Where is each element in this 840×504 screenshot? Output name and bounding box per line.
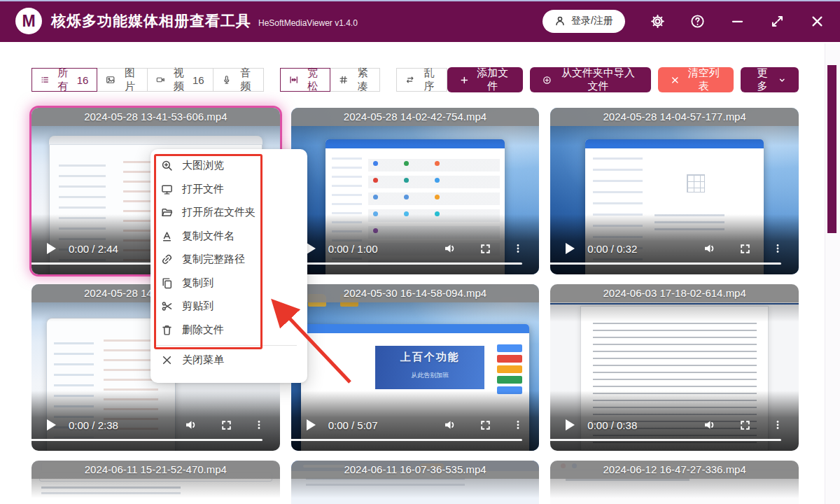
clear-list-button[interactable]: 清空列表 [658, 67, 734, 92]
media-type-filter-group: 所有 16 图片 视频 16 音频 [31, 68, 264, 92]
video-seek-bar[interactable] [550, 439, 781, 441]
login-register-button[interactable]: 登录/注册 [542, 10, 625, 33]
play-button[interactable] [47, 243, 56, 254]
filter-audio-label: 音频 [237, 66, 254, 93]
text-a-icon [161, 230, 173, 242]
layout-wide-button[interactable]: 宽松 [280, 68, 330, 92]
play-button[interactable] [307, 419, 316, 430]
video-card[interactable]: 2024-06-12 16-47-27-336.mp4 [550, 461, 799, 504]
more-options-icon[interactable] [772, 419, 783, 430]
filter-audio-button[interactable]: 音频 [213, 68, 264, 92]
media-grid: 2024-05-28 13-41-53-606.mp4 0:00 / 2:44 … [31, 108, 799, 504]
volume-icon[interactable] [702, 241, 716, 255]
video-card[interactable]: 2024-06-11 15-21-52-470.mp4 [31, 461, 280, 504]
shuffle-icon [405, 74, 414, 85]
video-seek-bar[interactable] [291, 439, 522, 441]
more-options-icon[interactable] [512, 419, 524, 430]
video-filename: 2024-05-28 14-04-57-177.mp4 [603, 111, 746, 122]
volume-icon[interactable] [702, 418, 716, 432]
close-icon [810, 14, 825, 29]
menu-item-open-folder[interactable]: 打开所在文件夹 [150, 201, 307, 225]
menu-item-view-large[interactable]: 大图浏览 [150, 154, 307, 178]
import-from-folder-button[interactable]: 从文件夹中导入文件 [530, 67, 651, 92]
video-card[interactable]: 2024-05-28 14-04-57-177.mp4 0:00 / 0:32 [550, 108, 799, 274]
titlebar: M 核烁多功能媒体相册查看工具 HeSoftMediaViewer v1.4.0… [0, 0, 840, 42]
minimize-button[interactable] [730, 14, 745, 29]
person-icon [554, 15, 566, 27]
video-time: 0:00 / 0:32 [587, 243, 637, 255]
scrollbar-track[interactable] [825, 43, 840, 504]
fullscreen-icon[interactable] [479, 243, 491, 255]
menu-item-copy-to[interactable]: 复制到 [150, 272, 307, 295]
volume-icon[interactable] [442, 418, 456, 432]
video-seek-bar[interactable] [31, 439, 262, 441]
menu-item-copy-full-path[interactable]: 复制完整路径 [150, 248, 307, 272]
fullscreen-icon[interactable] [739, 243, 751, 255]
layout-compact-button[interactable]: 紧凑 [330, 68, 380, 92]
menu-item-copy-filename[interactable]: 复制文件名 [150, 225, 307, 248]
question-icon [690, 14, 705, 29]
help-button[interactable] [690, 14, 705, 29]
close-icon [161, 354, 173, 366]
filter-all-label: 所有 [55, 66, 71, 93]
video-filename-bar: 2024-06-11 16-07-36-535.mp4 [291, 461, 540, 479]
gear-icon [650, 14, 665, 29]
volume-icon[interactable] [183, 418, 197, 432]
video-filename: 2024-05-30 16-14-58-094.mp4 [344, 287, 486, 299]
play-button[interactable] [566, 243, 575, 254]
video-filename: 2024-06-11 16-07-36-535.mp4 [344, 463, 486, 475]
more-options-icon[interactable] [253, 419, 265, 430]
video-controls: 0:00 / 5:07 [291, 413, 540, 437]
maximize-button[interactable] [770, 14, 785, 29]
mic-icon [222, 74, 232, 85]
scrollbar-thumb[interactable] [827, 65, 836, 233]
video-time: 0:00 / 2:44 [69, 243, 118, 255]
app-logo: M [15, 8, 42, 34]
video-card[interactable]: 2024-06-03 17-18-02-614.mp4 0:00 / 0:38 [550, 284, 799, 451]
fullscreen-icon[interactable] [739, 419, 751, 431]
video-filename-bar: 2024-05-28 13-41-53-606.mp4 [31, 108, 280, 126]
filter-images-button[interactable]: 图片 [97, 68, 148, 92]
fullscreen-icon[interactable] [220, 419, 232, 431]
menu-item-close-menu[interactable]: 关闭菜单 [150, 349, 307, 372]
video-filename-bar: 2024-06-03 17-18-02-614.mp4 [550, 284, 799, 302]
video-filename: 2024-05-28 14 [84, 287, 153, 299]
video-time: 0:00 / 1:00 [328, 243, 378, 255]
settings-button[interactable] [650, 14, 665, 29]
clear-list-label: 清空列表 [686, 66, 722, 93]
video-card[interactable]: 2024-06-11 16-07-36-535.mp4 [291, 461, 540, 504]
video-filename-bar: 2024-06-11 15-21-52-470.mp4 [31, 461, 280, 479]
import-from-folder-label: 从文件夹中导入文件 [558, 66, 638, 93]
video-seek-bar[interactable] [291, 262, 522, 265]
play-button[interactable] [47, 419, 56, 430]
app-version: HeSoftMediaViewer v1.4.0 [258, 18, 358, 28]
add-files-button[interactable]: 添加文件 [447, 67, 523, 92]
video-card[interactable]: 2024-05-28 14-02-42-754.mp4 0:00 / 1:00 [291, 108, 540, 274]
menu-item-cut-to[interactable]: 剪贴到 [150, 295, 307, 318]
filter-videos-button[interactable]: 视频 16 [147, 68, 213, 92]
more-button[interactable]: 更多 [741, 67, 799, 92]
video-card[interactable]: 上百个功能 从此告别加班 2024-05-30 16-14-58-094.mp4… [291, 284, 540, 451]
play-button[interactable] [566, 419, 575, 430]
trash-icon [161, 324, 173, 336]
video-time: 0:00 / 2:38 [69, 419, 118, 431]
more-options-icon[interactable] [512, 243, 524, 254]
video-time: 0:00 / 5:07 [328, 419, 378, 431]
close-button[interactable] [810, 14, 825, 29]
login-register-label: 登录/注册 [571, 15, 613, 27]
folder-open-icon [161, 206, 173, 218]
scissors-icon [161, 300, 173, 312]
more-options-icon[interactable] [772, 243, 783, 254]
video-filename-bar: 2024-06-12 16-47-27-336.mp4 [550, 461, 799, 479]
shuffle-button[interactable]: 乱序 [396, 68, 447, 92]
fullscreen-icon[interactable] [479, 419, 491, 431]
menu-item-open-file[interactable]: 打开文件 [150, 178, 307, 202]
filter-all-button[interactable]: 所有 16 [31, 68, 97, 92]
play-button[interactable] [307, 243, 316, 254]
video-icon [156, 74, 164, 85]
video-seek-bar[interactable] [550, 262, 781, 265]
video-controls: 0:00 / 2:38 [31, 413, 280, 437]
menu-item-delete-file[interactable]: 删除文件 [150, 318, 307, 342]
thumbnail-banner-text: 上百个功能 [375, 351, 484, 364]
volume-icon[interactable] [442, 241, 456, 255]
